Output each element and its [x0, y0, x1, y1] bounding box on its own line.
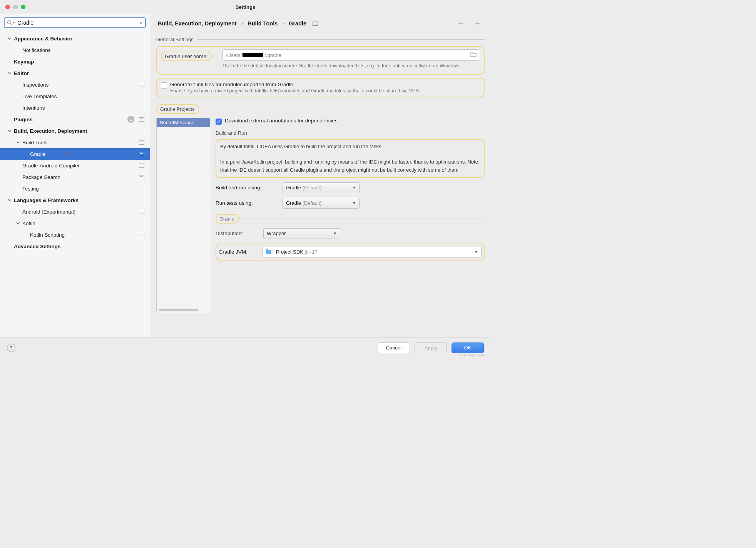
search-input[interactable]: ▾ × [4, 17, 146, 28]
project-item[interactable]: SecretMessage [157, 118, 210, 127]
chevron-down-icon: ▼ [352, 185, 356, 190]
project-scope-icon [313, 22, 318, 26]
gradle-user-home-label: Gradle user home: [161, 52, 212, 61]
tree-languages[interactable]: Languages & Frameworks [0, 194, 150, 206]
breadcrumb-item[interactable]: Build, Execution, Deployment [158, 20, 237, 27]
tree-gradle[interactable]: Gradle✓ [0, 148, 150, 160]
tree-gradle-android[interactable]: Gradle-Android Compiler [0, 160, 150, 171]
tree-advanced[interactable]: Advanced Settings [0, 241, 150, 252]
tree-editor[interactable]: Editor [0, 67, 150, 79]
project-scope-icon [139, 233, 144, 237]
breadcrumb-item[interactable]: Build Tools [248, 20, 278, 27]
project-scope-icon [139, 117, 144, 122]
main-panel: Build, Execution, Deployment › Build Too… [150, 14, 491, 337]
project-scope-icon [139, 175, 144, 179]
build-using-label: Build and run using: [216, 185, 277, 190]
project-scope-icon [139, 164, 144, 168]
cancel-button[interactable]: Cancel [378, 342, 410, 353]
nav-forward-icon[interactable]: → [472, 20, 483, 28]
chevron-down-icon: ▼ [333, 231, 337, 236]
help-button[interactable]: ? [7, 344, 15, 352]
tree-inspections[interactable]: Inspections [0, 79, 150, 90]
titlebar: Settings [0, 0, 491, 14]
sdk-icon [266, 250, 271, 254]
watermark: CSDN @buyue__ [460, 353, 488, 357]
generate-iml-label: Generate *.iml files for modules importe… [170, 82, 419, 87]
project-scope-icon [139, 210, 144, 214]
settings-tree: Appearance & Behavior Notifications Keym… [0, 31, 150, 337]
redacted-text [243, 53, 263, 57]
apply-button[interactable]: Apply [415, 342, 447, 353]
gradle-user-home-hint: Override the default location where Grad… [222, 62, 480, 69]
build-run-info: By default IntelliJ IDEA uses Gradle to … [220, 143, 480, 174]
browse-folder-icon[interactable] [470, 52, 477, 58]
tests-using-dropdown[interactable]: Gradle (Default) ▼ [283, 198, 360, 209]
chevron-right-icon: › [282, 20, 284, 27]
tree-android[interactable]: Android (Experimental) [0, 206, 150, 217]
svg-point-0 [8, 21, 11, 24]
tree-live-templates[interactable]: Live Templates [0, 90, 150, 102]
chevron-right-icon: › [241, 20, 243, 27]
gradle-user-home-value: /Users//.gradle [226, 52, 470, 58]
sidebar: ▾ × Appearance & Behavior Notifications … [0, 14, 150, 337]
tree-appearance[interactable]: Appearance & Behavior [0, 33, 150, 44]
tree-package-search[interactable]: Package Search [0, 171, 150, 183]
tree-build[interactable]: Build, Execution, Deployment [0, 125, 150, 137]
gradle-jvm-dropdown[interactable]: Project SDK jbr-17 ▼ [263, 247, 482, 257]
content: General Settings Gradle user home: /User… [150, 33, 491, 337]
window-title: Settings [0, 4, 491, 10]
gradle-jvm-label: Gradle JVM: [219, 249, 257, 255]
project-scope-icon [139, 140, 144, 145]
chevron-down-icon: ▼ [352, 201, 356, 205]
svg-line-1 [11, 24, 12, 25]
project-scope-icon [139, 152, 144, 156]
distribution-dropdown[interactable]: Wrapper ▼ [263, 228, 340, 239]
gradle-projects-header: Gradle Projects [156, 104, 485, 114]
project-scope-icon [139, 83, 144, 87]
tree-testing[interactable]: Testing [0, 183, 150, 194]
tree-keymap[interactable]: Keymap [0, 56, 150, 67]
search-icon [7, 20, 12, 25]
tests-using-label: Run tests using: [216, 200, 277, 206]
generate-iml-hint: Enable if you have a mixed project with … [170, 88, 419, 94]
scrollbar[interactable] [159, 309, 198, 311]
tree-build-tools[interactable]: Build Tools [0, 137, 150, 148]
generate-iml-checkbox[interactable] [161, 82, 167, 89]
footer: ? Cancel Apply OK [0, 337, 491, 358]
tree-kotlin-scripting[interactable]: Kotlin Scripting [0, 229, 150, 241]
chevron-down-icon: ▼ [474, 250, 478, 254]
breadcrumb-item[interactable]: Gradle [289, 20, 306, 27]
ok-button[interactable]: OK [452, 342, 484, 353]
search-text[interactable] [15, 20, 139, 26]
download-annotations-checkbox[interactable]: ✓ [216, 119, 222, 125]
body: ▾ × Appearance & Behavior Notifications … [0, 14, 491, 337]
download-annotations-label: Download external annotations for depend… [225, 118, 338, 124]
general-settings-header: General Settings [156, 37, 485, 42]
build-run-header: Build and Run [216, 130, 485, 136]
gradle-projects-list[interactable]: SecretMessage [156, 118, 210, 313]
tree-kotlin[interactable]: Kotlin [0, 217, 150, 229]
gradle-user-home-input[interactable]: /Users//.gradle [222, 49, 480, 61]
settings-window: Settings ▾ × Appearance & Behavior Notif… [0, 0, 491, 358]
tree-plugins[interactable]: Plugins1 [0, 114, 150, 125]
breadcrumb: Build, Execution, Deployment › Build Too… [150, 14, 491, 33]
tree-notifications[interactable]: Notifications [0, 44, 150, 56]
distribution-label: Distribution: [216, 231, 258, 236]
tree-intentions[interactable]: Intentions [0, 102, 150, 114]
plugins-badge: 1 [127, 116, 134, 123]
nav-back-icon[interactable]: ← [455, 20, 467, 28]
clear-icon[interactable]: × [139, 20, 143, 26]
build-using-dropdown[interactable]: Gradle (Default) ▼ [283, 182, 360, 193]
gradle-sub-header: Gradle [216, 214, 485, 224]
